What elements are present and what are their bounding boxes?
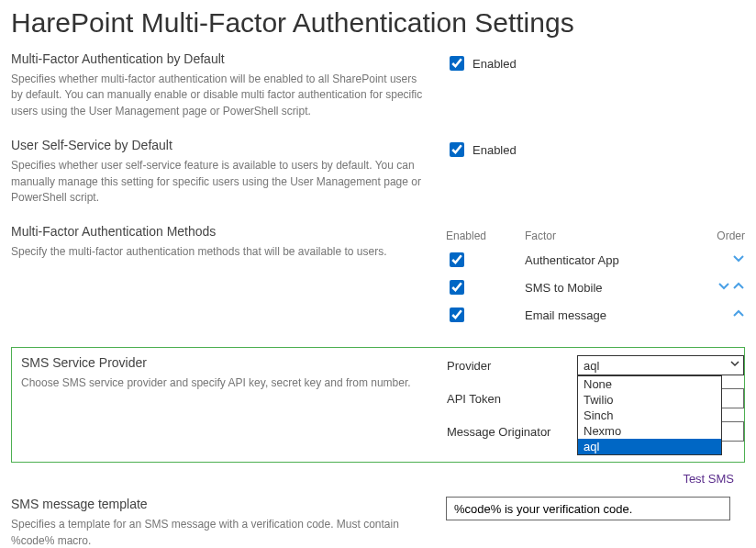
provider-select-value: aql xyxy=(584,359,599,373)
order-up-icon[interactable] xyxy=(732,280,745,292)
provider-label: Provider xyxy=(447,359,566,373)
section-sms-template: SMS message template Specifies a templat… xyxy=(11,497,745,548)
table-row: SMS to Mobile xyxy=(446,274,745,301)
self-service-checkbox-label: Enabled xyxy=(472,143,517,157)
order-up-icon[interactable] xyxy=(732,308,745,319)
methods-desc: Specify the multi-factor authentication … xyxy=(11,244,424,260)
self-service-checkbox[interactable] xyxy=(450,142,464,157)
sms-provider-desc: Choose SMS service provider and specify … xyxy=(21,375,425,391)
originator-label: Message Originator xyxy=(447,425,566,439)
provider-option[interactable]: Nexmo xyxy=(578,423,721,439)
self-service-checkbox-row[interactable]: Enabled xyxy=(446,140,745,160)
mfa-default-checkbox-row[interactable]: Enabled xyxy=(446,53,745,73)
provider-option[interactable]: Twilio xyxy=(578,392,721,408)
self-service-desc: Specifies whether user self-service feat… xyxy=(11,158,424,206)
provider-option[interactable]: Sinch xyxy=(578,408,721,423)
method-factor-label: SMS to Mobile xyxy=(510,281,699,295)
mfa-default-heading: Multi-Factor Authentication by Default xyxy=(11,51,424,66)
sms-template-heading: SMS message template xyxy=(11,497,424,511)
method-factor-label: Authenticator App xyxy=(510,253,699,267)
test-sms-link[interactable]: Test SMS xyxy=(11,472,734,486)
provider-option[interactable]: aql xyxy=(578,439,721,454)
order-down-icon[interactable] xyxy=(717,280,730,292)
section-methods: Multi-Factor Authentication Methods Spec… xyxy=(11,224,745,329)
section-sms-provider: SMS Service Provider Choose SMS service … xyxy=(11,347,745,463)
order-down-icon[interactable] xyxy=(732,252,745,264)
methods-col-order: Order xyxy=(699,229,745,242)
section-self-service: User Self-Service by Default Specifies w… xyxy=(11,138,745,206)
methods-col-factor: Factor xyxy=(510,229,699,242)
table-row: Email message xyxy=(446,301,745,329)
methods-col-enabled: Enabled xyxy=(446,229,510,242)
methods-table: Enabled Factor Order Authenticator AppSM… xyxy=(446,226,745,329)
method-enabled-checkbox[interactable] xyxy=(450,252,464,267)
api-token-label: API Token xyxy=(447,392,566,406)
mfa-default-desc: Specifies whether multi-factor authentic… xyxy=(11,72,424,119)
sms-provider-heading: SMS Service Provider xyxy=(21,355,425,370)
provider-option[interactable]: None xyxy=(578,376,721,392)
method-enabled-checkbox[interactable] xyxy=(450,280,464,295)
sms-template-input[interactable] xyxy=(446,497,730,520)
mfa-default-checkbox-label: Enabled xyxy=(472,57,517,71)
section-mfa-default: Multi-Factor Authentication by Default S… xyxy=(11,51,745,119)
provider-dropdown[interactable]: NoneTwilioSinchNexmoaql xyxy=(577,375,722,455)
page-title: HarePoint Multi-Factor Authentication Se… xyxy=(11,7,745,39)
table-row: Authenticator App xyxy=(446,246,745,274)
method-factor-label: Email message xyxy=(510,308,699,322)
provider-select[interactable]: aql xyxy=(577,355,744,375)
sms-template-desc: Specifies a template for an SMS message … xyxy=(11,517,424,548)
method-enabled-checkbox[interactable] xyxy=(450,308,464,322)
methods-heading: Multi-Factor Authentication Methods xyxy=(11,224,424,239)
mfa-default-checkbox[interactable] xyxy=(450,56,464,71)
self-service-heading: User Self-Service by Default xyxy=(11,138,424,152)
